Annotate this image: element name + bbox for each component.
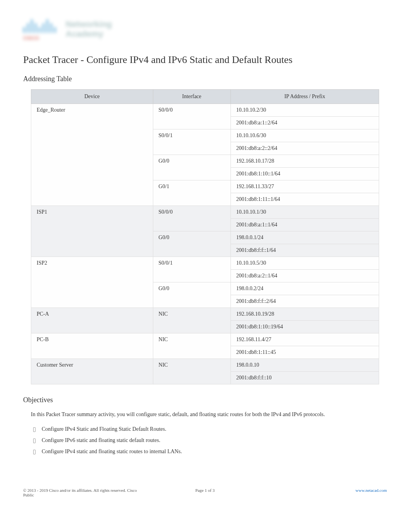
svg-text:CISCO: CISCO	[23, 35, 39, 41]
objectives-intro: In this Packet Tracer summary activity, …	[31, 410, 387, 419]
svg-rect-0	[23, 27, 25, 33]
cell-iface: NIC	[153, 359, 230, 384]
cell-addr: 198.0.0.2/24	[230, 282, 379, 295]
cell-device: PC-B	[31, 333, 153, 359]
cell-addr: 2001:db8:1:10::19/64	[230, 321, 379, 333]
col-header-device: Device	[31, 90, 153, 104]
footer-link[interactable]: www.netacad.com	[356, 488, 387, 493]
cell-addr: 2001:db8:1:10::1/64	[230, 168, 379, 180]
section-heading-objectives: Objectives	[23, 396, 387, 404]
page-footer: © 2013 - 2019 Cisco and/or its affiliate…	[23, 488, 387, 497]
cell-iface: NIC	[153, 333, 230, 359]
cell-iface: NIC	[153, 308, 230, 333]
cell-addr: 192.168.11.33/27	[230, 180, 379, 193]
cell-addr: 2001:db8:a:2::1/64	[230, 270, 379, 282]
cell-iface: G0/0	[153, 282, 230, 308]
list-item: Configure IPv4 static and floating stati…	[31, 446, 387, 457]
cell-addr: 192.168.10.17/28	[230, 155, 379, 168]
svg-rect-8	[54, 27, 56, 33]
svg-text:Networking: Networking	[66, 19, 112, 29]
cisco-logo: CISCO Networking Academy	[23, 15, 387, 42]
cell-addr: 2001:db8:f:f::2/64	[230, 295, 379, 308]
cell-addr: 2001:db8:f:f::10	[230, 372, 379, 384]
cell-iface: G0/1	[153, 180, 230, 206]
cell-device: ISP1	[31, 206, 153, 257]
svg-rect-2	[31, 19, 33, 33]
table-row: ISP2 S0/0/1 10.10.10.5/30	[31, 257, 379, 270]
cell-iface: S0/0/1	[153, 129, 230, 155]
section-heading-addressing: Addressing Table	[23, 75, 387, 83]
cell-addr: 2001:db8:a:2::2/64	[230, 142, 379, 155]
table-row: ISP1 S0/0/0 10.10.10.1/30	[31, 206, 379, 219]
cell-iface: S0/0/0	[153, 206, 230, 231]
table-row: PC-A NIC 192.168.10.19/28	[31, 308, 379, 321]
cell-addr: 192.168.10.19/28	[230, 308, 379, 321]
cell-iface: G0/0	[153, 155, 230, 180]
svg-rect-3	[35, 23, 37, 33]
svg-rect-7	[50, 23, 52, 33]
cell-addr: 198.0.0.10	[230, 359, 379, 372]
cell-addr: 2001:db8:a:1::2/64	[230, 117, 379, 129]
col-header-ip: IP Address / Prefix	[230, 90, 379, 104]
cell-addr: 2001:db8:f:f::1/64	[230, 244, 379, 257]
table-row: Customer Server NIC 198.0.0.10	[31, 359, 379, 372]
objectives-list: Configure IPv4 Static and Floating Stati…	[31, 423, 387, 457]
svg-rect-5	[42, 23, 44, 33]
cell-addr: 2001:db8:1:11::1/64	[230, 193, 379, 206]
cell-addr: 192.168.11.4/27	[230, 333, 379, 346]
cell-addr: 10.10.10.5/30	[230, 257, 379, 270]
cell-device: ISP2	[31, 257, 153, 308]
cell-addr: 10.10.10.6/30	[230, 129, 379, 142]
page-title: Packet Tracer - Configure IPv4 and IPv6 …	[23, 54, 387, 66]
list-item: Configure IPv4 Static and Floating Stati…	[31, 423, 387, 435]
addressing-table: Device Interface IP Address / Prefix Edg…	[31, 89, 379, 384]
svg-rect-4	[39, 27, 41, 33]
cell-addr: 198.0.0.1/24	[230, 231, 379, 244]
cell-device: Customer Server	[31, 359, 153, 384]
list-item: Configure IPv6 static and floating stati…	[31, 435, 387, 446]
footer-page-number: Page 1 of 3	[144, 488, 266, 493]
cell-device: Edge_Router	[31, 104, 153, 206]
cell-device: PC-A	[31, 308, 153, 333]
cell-iface: G0/0	[153, 231, 230, 257]
cell-addr: 2001:db8:a:1::1/64	[230, 219, 379, 231]
cell-iface: S0/0/0	[153, 104, 230, 129]
svg-rect-1	[27, 23, 29, 33]
footer-copyright: © 2013 - 2019 Cisco and/or its affiliate…	[23, 488, 144, 497]
cell-addr: 10.10.10.1/30	[230, 206, 379, 219]
cell-iface: S0/0/1	[153, 257, 230, 282]
svg-rect-6	[46, 19, 48, 33]
col-header-interface: Interface	[153, 90, 230, 104]
table-row: Edge_Router S0/0/0 10.10.10.2/30	[31, 104, 379, 117]
cell-addr: 2001:db8:1:11::45	[230, 346, 379, 359]
svg-text:Academy: Academy	[66, 29, 104, 39]
cell-addr: 10.10.10.2/30	[230, 104, 379, 117]
table-row: PC-B NIC 192.168.11.4/27	[31, 333, 379, 346]
